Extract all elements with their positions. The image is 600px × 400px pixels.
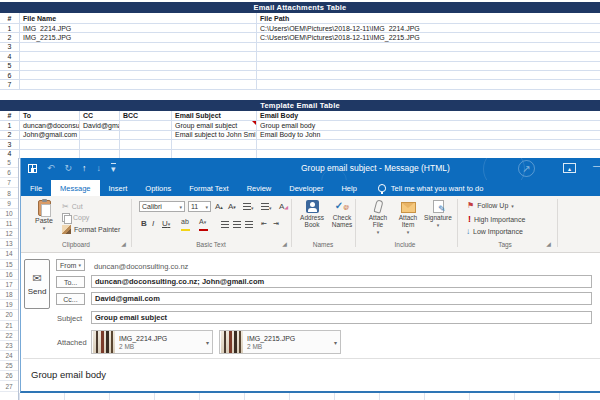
file-name-cell[interactable] bbox=[20, 80, 257, 89]
tab-review[interactable]: Review bbox=[238, 180, 281, 196]
undo-icon[interactable]: ↶ bbox=[47, 164, 55, 173]
align-right-button[interactable] bbox=[245, 221, 253, 230]
format-painter-button[interactable]: Format Painter bbox=[62, 225, 120, 234]
paste-button[interactable]: Paste ▾ bbox=[29, 200, 59, 231]
tab-developer[interactable]: Developer bbox=[280, 180, 332, 196]
col-header-bcc[interactable]: BCC bbox=[120, 111, 172, 121]
increase-indent-button[interactable]: ⇥ bbox=[273, 220, 279, 228]
clipboard-dialog-launcher-icon[interactable]: ◢ bbox=[120, 241, 127, 248]
to-cell[interactable]: duncan@doconsu bbox=[20, 121, 80, 131]
row-number-cell[interactable]: 1 bbox=[0, 121, 20, 131]
tab-format-text[interactable]: Format Text bbox=[180, 180, 237, 196]
body-cell[interactable]: Email Body to John bbox=[257, 131, 600, 141]
copy-button[interactable]: Copy bbox=[62, 213, 89, 222]
file-path-cell[interactable] bbox=[257, 62, 600, 71]
file-name-cell[interactable] bbox=[20, 43, 257, 52]
italic-button[interactable]: I bbox=[152, 219, 154, 228]
bullets-button[interactable]: ▾ bbox=[243, 203, 254, 212]
text-highlight-button[interactable]: ab bbox=[181, 218, 190, 232]
col-header-file-path[interactable]: File Path bbox=[257, 13, 600, 24]
align-center-button[interactable] bbox=[233, 221, 241, 230]
tags-dialog-launcher-icon[interactable]: ◢ bbox=[545, 241, 552, 248]
col-header-email-subject[interactable]: Email Subject bbox=[172, 111, 257, 121]
message-body[interactable]: Group email body bbox=[31, 369, 596, 388]
file-name-cell[interactable] bbox=[20, 52, 257, 61]
row-number-cell[interactable]: 3 bbox=[0, 140, 20, 150]
row-number-cell[interactable]: 3 bbox=[0, 43, 20, 52]
decrease-indent-button[interactable]: ⇤ bbox=[261, 220, 267, 228]
save-icon[interactable] bbox=[28, 164, 37, 173]
bcc-cell[interactable] bbox=[120, 131, 172, 141]
from-field-button[interactable]: From ▾ bbox=[56, 259, 85, 271]
tab-message[interactable]: Message bbox=[51, 180, 99, 196]
to-field-button[interactable]: To... bbox=[56, 276, 85, 288]
chevron-down-icon[interactable]: ▾ bbox=[334, 339, 340, 346]
col-header-number[interactable]: # bbox=[0, 111, 20, 121]
basic-text-dialog-launcher-icon[interactable]: ◢ bbox=[281, 241, 288, 248]
attach-file-button[interactable]: Attach File ▾ bbox=[363, 200, 393, 235]
bcc-cell[interactable] bbox=[120, 140, 172, 150]
chevron-down-icon[interactable]: ▾ bbox=[206, 339, 212, 346]
row-number-cell[interactable]: 4 bbox=[0, 52, 20, 61]
minimize-icon[interactable]: — bbox=[593, 161, 600, 171]
to-cell[interactable] bbox=[20, 140, 80, 150]
clear-formatting-button[interactable]: A◢ bbox=[279, 202, 288, 211]
cc-field-button[interactable]: Cc... bbox=[56, 293, 85, 305]
file-name-cell[interactable]: IMG_2215.JPG bbox=[20, 33, 257, 42]
bold-button[interactable]: B bbox=[141, 219, 147, 228]
row-number-cell[interactable]: 5 bbox=[0, 62, 20, 71]
file-path-cell[interactable] bbox=[257, 71, 600, 80]
numbering-button[interactable]: ▾ bbox=[261, 203, 272, 212]
tab-options[interactable]: Options bbox=[136, 180, 180, 196]
signature-button[interactable]: Signature ▾ bbox=[423, 200, 453, 228]
row-number-cell[interactable]: 1 bbox=[0, 24, 20, 33]
font-color-button[interactable]: A▾ bbox=[199, 218, 208, 232]
body-cell[interactable] bbox=[257, 140, 600, 150]
tab-help[interactable]: Help bbox=[332, 180, 365, 196]
subject-cell[interactable]: Group email subject bbox=[172, 121, 257, 131]
col-header-number[interactable]: # bbox=[0, 13, 20, 24]
file-path-cell[interactable]: C:\Users\OEM\Pictures\2018-12-11\IMG_221… bbox=[257, 24, 600, 33]
check-names-button[interactable]: ✓@ Check Names bbox=[327, 200, 357, 228]
tab-file[interactable]: File bbox=[21, 180, 51, 196]
align-left-button[interactable] bbox=[221, 221, 229, 230]
low-importance-button[interactable]: ↓ Low Importance bbox=[466, 227, 523, 236]
customize-quick-access-icon[interactable]: ▾ bbox=[111, 163, 116, 174]
high-importance-button[interactable]: ! High Importance bbox=[468, 214, 525, 224]
move-down-icon[interactable]: ↓ bbox=[97, 164, 102, 173]
tell-me-box[interactable]: Tell me what you want to do bbox=[366, 180, 484, 196]
font-name-combobox[interactable]: Calibri ▾ bbox=[139, 201, 185, 212]
ribbon-display-options-icon[interactable]: ▴ bbox=[563, 163, 576, 173]
attachment-chip[interactable]: IMG_2214.JPG 2 MB ▾ bbox=[91, 330, 213, 354]
row-number-cell[interactable]: 6 bbox=[0, 71, 20, 80]
cc-cell[interactable] bbox=[80, 140, 120, 150]
file-path-cell[interactable] bbox=[257, 52, 600, 61]
font-size-combobox[interactable]: 11 ▾ bbox=[188, 201, 211, 212]
move-up-icon[interactable]: ↑ bbox=[82, 164, 87, 173]
row-number-cell[interactable]: 2 bbox=[0, 131, 20, 141]
tab-insert[interactable]: Insert bbox=[100, 180, 137, 196]
attach-item-button[interactable]: Attach Item ▾ bbox=[393, 202, 423, 235]
col-header-to[interactable]: To bbox=[20, 111, 80, 121]
col-header-cc[interactable]: CC bbox=[80, 111, 120, 121]
body-cell[interactable]: Group email body bbox=[257, 121, 600, 131]
file-name-cell[interactable] bbox=[20, 71, 257, 80]
follow-up-button[interactable]: ⚑ Follow Up ▾ bbox=[467, 201, 514, 210]
file-path-cell[interactable] bbox=[257, 43, 600, 52]
col-header-file-name[interactable]: File Name bbox=[20, 13, 257, 24]
file-path-cell[interactable] bbox=[257, 80, 600, 89]
subject-cell[interactable]: Email subject to John Smi bbox=[172, 131, 257, 141]
send-button[interactable]: ✉ Send bbox=[24, 259, 50, 309]
file-path-cell[interactable]: C:\Users\OEM\Pictures\2018-12-11\IMG_221… bbox=[257, 33, 600, 42]
grow-font-button[interactable]: A▴ bbox=[215, 202, 223, 211]
address-book-button[interactable]: Address Book bbox=[297, 200, 327, 228]
cc-input[interactable]: David@gmail.com bbox=[91, 292, 592, 305]
bcc-cell[interactable] bbox=[120, 121, 172, 131]
cc-cell[interactable] bbox=[80, 131, 120, 141]
to-cell[interactable]: John@gmail.com bbox=[20, 131, 80, 141]
attachment-chip[interactable]: IMG_2215.JPG 2 MB ▾ bbox=[219, 330, 341, 354]
row-number-cell[interactable]: 2 bbox=[0, 33, 20, 42]
shrink-font-button[interactable]: A▾ bbox=[228, 202, 236, 211]
row-number-cell[interactable]: 7 bbox=[0, 80, 20, 89]
underline-button[interactable]: U▾ bbox=[162, 219, 170, 228]
